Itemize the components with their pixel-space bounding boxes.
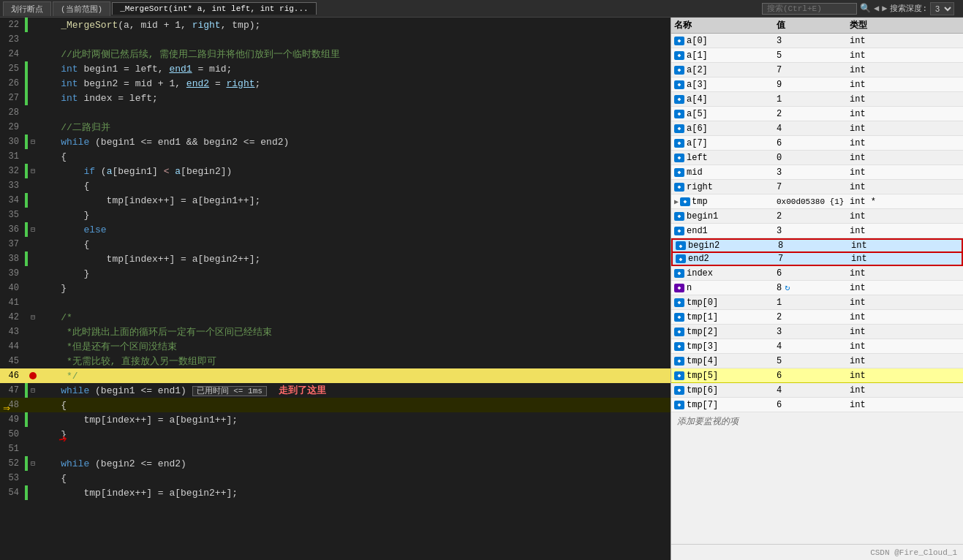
type-a4: int: [850, 94, 960, 105]
expand-tmp-arrow[interactable]: ▶: [674, 197, 679, 206]
collapse-47[interactable]: ⊟: [28, 386, 38, 395]
ln-31: 31: [0, 151, 25, 162]
ind-28: [25, 105, 28, 120]
code-text-38: tmp[index++] = a[begin2++];: [38, 254, 260, 265]
name-tmp7: tmp[7]: [687, 400, 718, 410]
code-text-53: {: [38, 473, 67, 484]
code-line-24: 24 //此时两侧已然后续, 需使用二路归并将他们放到一个临时数组里: [0, 47, 671, 61]
ln-41: 41: [0, 298, 25, 308]
collapse-32[interactable]: ⊟: [28, 167, 38, 175]
code-line-49: 49 tmp[index++] = a[begin1++];: [0, 412, 671, 427]
watch-row-tmp5[interactable]: ◆ tmp[5] 6 int: [671, 368, 963, 383]
val-begin2: 8: [778, 241, 851, 251]
code-line-45: 45 *无需比较, 直接放入另一数组即可: [0, 354, 671, 368]
watch-row-n[interactable]: ◆ n 8 ↻ int: [671, 281, 963, 295]
tab-breakpoints[interactable]: 划行断点: [3, 1, 51, 16]
ln-30: 30: [0, 137, 25, 147]
watch-row-a0[interactable]: ◆ a[0] 3 int: [671, 34, 963, 48]
ln-37: 37: [0, 239, 25, 249]
code-line-27: 27 int index = left;: [0, 91, 671, 105]
watch-row-a4[interactable]: ◆ a[4] 1 int: [671, 92, 963, 107]
watch-row-tmp6[interactable]: ◆ tmp[6] 4 int: [671, 383, 963, 398]
collapse-36[interactable]: ⊟: [28, 225, 38, 234]
watch-row-tmp[interactable]: ▶ ◆ tmp 0x00d05380 {1} int *: [671, 194, 963, 209]
name-a6: a[6]: [687, 124, 708, 134]
ind-38: [25, 251, 28, 266]
code-text-32: if (a[begin1] < a[begin2]): [38, 166, 232, 177]
ind-49: [25, 412, 28, 427]
watch-row-left[interactable]: ◆ left 0 int: [671, 151, 963, 165]
watch-row-a2[interactable]: ◆ a[2] 7 int: [671, 63, 963, 77]
code-line-31: 31 {: [0, 149, 671, 164]
code-line-48: 48 {: [0, 398, 671, 412]
watch-row-tmp7[interactable]: ◆ tmp[7] 6 int: [671, 398, 963, 412]
watch-row-a3[interactable]: ◆ a[3] 9 int: [671, 77, 963, 92]
watch-row-a5[interactable]: ◆ a[5] 2 int: [671, 107, 963, 121]
search-depth-select[interactable]: 32145: [930, 2, 954, 15]
name-end1: end1: [687, 226, 708, 236]
code-line-38: 38 tmp[index++] = a[begin2++];: [0, 251, 671, 266]
watch-row-a1[interactable]: ◆ a[1] 5 int: [671, 48, 963, 63]
tab-current-scope[interactable]: (当前范围): [53, 1, 110, 16]
val-a0: 3: [777, 36, 850, 46]
collapse-42[interactable]: ⊟: [28, 313, 38, 322]
watch-row-end1[interactable]: ◆ end1 3 int: [671, 224, 963, 238]
col-name-header: 名称: [674, 19, 777, 31]
tab-mergesort[interactable]: _MergeSort(int* a, int left, int rig...: [112, 2, 316, 15]
code-text-35: }: [38, 210, 89, 221]
search-forward-icon[interactable]: ▶: [882, 3, 887, 14]
watch-row-begin1[interactable]: ◆ begin1 2 int: [671, 209, 963, 224]
watch-row-mid[interactable]: ◆ mid 3 int: [671, 165, 963, 180]
add-watch[interactable]: 添加要监视的项: [671, 412, 963, 431]
search-back-icon[interactable]: ◀: [874, 3, 879, 14]
type-right: int: [850, 182, 960, 192]
val-a7: 6: [777, 138, 850, 148]
val-a3: 9: [777, 80, 850, 90]
collapse-30[interactable]: ⊟: [28, 137, 38, 146]
code-text-36: else: [38, 224, 107, 235]
watch-row-tmp3[interactable]: ◆ tmp[3] 4 int: [671, 339, 963, 354]
type-tmp5: int: [850, 371, 960, 381]
top-bar: 划行断点 (当前范围) _MergeSort(int* a, int left,…: [0, 0, 963, 18]
watch-row-tmp4[interactable]: ◆ tmp[4] 5 int: [671, 354, 963, 368]
right-panel-footer: CSDN @Fire_Cloud_1: [671, 544, 963, 560]
watch-row-tmp2[interactable]: ◆ tmp[2] 3 int: [671, 325, 963, 339]
code-lines-container: 22 _MergeSort(a, mid + 1, right, tmp); 2…: [0, 18, 671, 560]
watch-row-right[interactable]: ◆ right 7 int: [671, 180, 963, 194]
watch-row-a6[interactable]: ◆ a[6] 4 int: [671, 121, 963, 136]
name-mid: mid: [687, 167, 703, 178]
ln-39: 39: [0, 268, 25, 279]
watch-row-begin2[interactable]: ◆ begin2 8 int: [671, 238, 963, 253]
collapse-52[interactable]: ⊟: [28, 459, 38, 468]
code-line-34: 34 tmp[index++] = a[begin1++];: [0, 193, 671, 208]
code-text-43: *此时跳出上面的循环后一定有一个区间已经结束: [38, 325, 272, 338]
watch-row-tmp1[interactable]: ◆ tmp[1] 2 int: [671, 310, 963, 325]
type-tmp: int *: [850, 197, 960, 207]
code-line-43: 43 *此时跳出上面的循环后一定有一个区间已经结束: [0, 325, 671, 339]
ind-39: [25, 266, 28, 281]
ln-45: 45: [0, 356, 25, 366]
code-text-34: tmp[index++] = a[begin1++];: [38, 195, 260, 206]
watch-row-end2[interactable]: ◆ end2 7 int: [671, 251, 963, 266]
col-type-header: 类型: [850, 19, 960, 31]
watch-row-tmp0[interactable]: ◆ tmp[0] 1 int: [671, 295, 963, 310]
col-value-header: 值: [777, 19, 850, 31]
code-line-42: 42 ⊟ /*: [0, 310, 671, 325]
watch-row-a7[interactable]: ◆ a[7] 6 int: [671, 136, 963, 151]
val-tmp3: 4: [777, 341, 850, 352]
ln-28: 28: [0, 107, 25, 118]
code-line-50: 50 }: [0, 427, 671, 442]
ind-44: [25, 339, 28, 354]
ind-51: [25, 442, 28, 456]
type-end1: int: [850, 226, 960, 236]
breakpoint-46[interactable]: [28, 372, 38, 379]
refresh-icon[interactable]: ↻: [785, 282, 790, 293]
val-mid: 3: [777, 167, 850, 178]
watch-row-index[interactable]: ◆ index 6 int: [671, 266, 963, 281]
main-content: 22 _MergeSort(a, mid + 1, right, tmp); 2…: [0, 18, 963, 560]
search-input[interactable]: [762, 3, 857, 15]
code-line-40: 40 }: [0, 281, 671, 295]
watch-table-header: 名称 值 类型: [671, 18, 963, 34]
ind-40: [25, 281, 28, 295]
name-begin2: begin2: [688, 241, 720, 251]
